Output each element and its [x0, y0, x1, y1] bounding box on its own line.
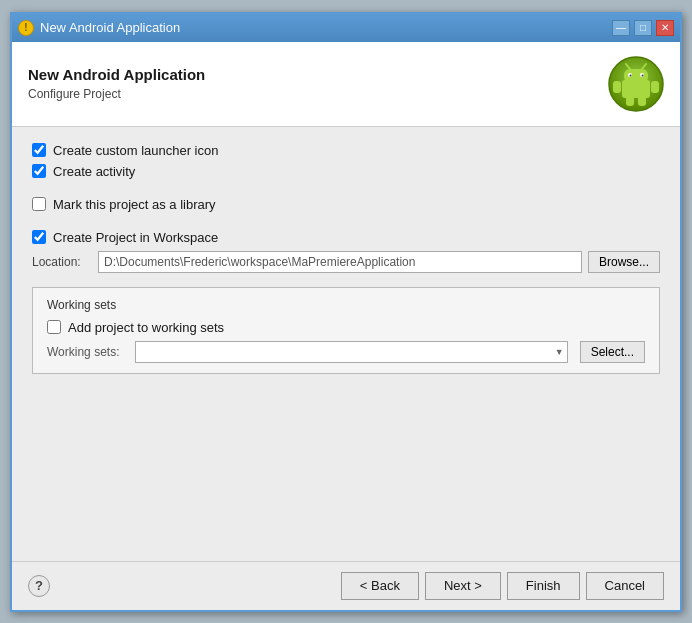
- working-sets-title: Working sets: [47, 298, 645, 312]
- location-input[interactable]: [98, 251, 582, 273]
- svg-rect-10: [651, 81, 659, 93]
- title-bar-left: ! New Android Application: [18, 20, 180, 36]
- svg-rect-9: [613, 81, 621, 93]
- add-working-sets-checkbox[interactable]: [47, 320, 61, 334]
- footer-left: ?: [28, 575, 50, 597]
- finish-button[interactable]: Finish: [507, 572, 580, 600]
- svg-rect-11: [626, 96, 634, 106]
- minimize-button[interactable]: —: [612, 20, 630, 36]
- launcher-icon-label[interactable]: Create custom launcher icon: [53, 143, 218, 158]
- back-button[interactable]: < Back: [341, 572, 419, 600]
- mark-library-checkbox[interactable]: [32, 197, 46, 211]
- footer-right: < Back Next > Finish Cancel: [341, 572, 664, 600]
- page-subtitle: Configure Project: [28, 87, 205, 101]
- create-activity-label[interactable]: Create activity: [53, 164, 135, 179]
- title-controls: — □ ✕: [612, 20, 674, 36]
- browse-button[interactable]: Browse...: [588, 251, 660, 273]
- next-button[interactable]: Next >: [425, 572, 501, 600]
- cancel-button[interactable]: Cancel: [586, 572, 664, 600]
- select-button[interactable]: Select...: [580, 341, 645, 363]
- window-title: New Android Application: [40, 20, 180, 35]
- working-sets-select-label: Working sets:: [47, 345, 129, 359]
- svg-point-5: [630, 74, 632, 76]
- create-workspace-row: Create Project in Workspace: [32, 230, 660, 245]
- working-sets-select-row: Working sets: Select...: [47, 341, 645, 363]
- location-label: Location:: [32, 255, 92, 269]
- footer: ? < Back Next > Finish Cancel: [12, 561, 680, 610]
- working-sets-section: Working sets Add project to working sets…: [32, 287, 660, 374]
- main-content: Create custom launcher icon Create activ…: [12, 127, 680, 561]
- create-workspace-label[interactable]: Create Project in Workspace: [53, 230, 218, 245]
- svg-rect-2: [624, 69, 648, 83]
- create-activity-checkbox[interactable]: [32, 164, 46, 178]
- svg-point-6: [642, 74, 644, 76]
- create-activity-row: Create activity: [32, 164, 660, 179]
- working-sets-select[interactable]: [135, 341, 568, 363]
- mark-library-label[interactable]: Mark this project as a library: [53, 197, 216, 212]
- android-logo: [608, 56, 664, 112]
- create-workspace-checkbox[interactable]: [32, 230, 46, 244]
- window-icon: !: [18, 20, 34, 36]
- svg-rect-12: [638, 96, 646, 106]
- maximize-button[interactable]: □: [634, 20, 652, 36]
- add-working-sets-label[interactable]: Add project to working sets: [68, 320, 224, 335]
- page-title: New Android Application: [28, 66, 205, 83]
- header-section: New Android Application Configure Projec…: [12, 42, 680, 127]
- launcher-icon-row: Create custom launcher icon: [32, 143, 660, 158]
- title-bar: ! New Android Application — □ ✕: [12, 14, 680, 42]
- location-row: Location: Browse...: [32, 251, 660, 273]
- launcher-icon-checkbox[interactable]: [32, 143, 46, 157]
- working-sets-select-wrapper: [135, 341, 568, 363]
- mark-library-row: Mark this project as a library: [32, 197, 660, 212]
- add-to-working-sets-row: Add project to working sets: [47, 320, 645, 335]
- main-window: ! New Android Application — □ ✕ New Andr…: [10, 12, 682, 612]
- content-area: New Android Application Configure Projec…: [12, 42, 680, 610]
- header-text: New Android Application Configure Projec…: [28, 66, 205, 101]
- close-button[interactable]: ✕: [656, 20, 674, 36]
- help-button[interactable]: ?: [28, 575, 50, 597]
